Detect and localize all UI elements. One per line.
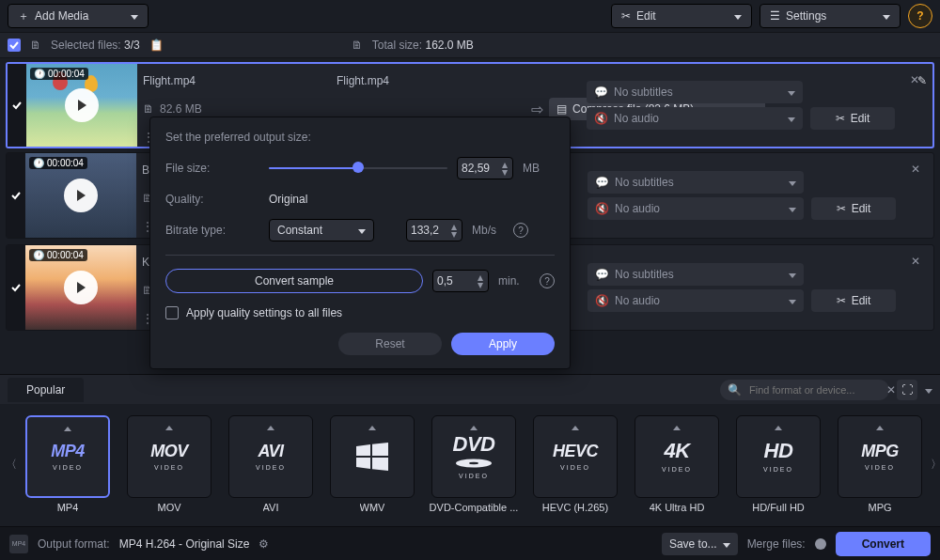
- help-icon[interactable]: ?: [513, 223, 528, 238]
- convert-sample-button[interactable]: Convert sample: [165, 269, 423, 293]
- apply-all-label: Apply quality settings to all files: [186, 306, 342, 319]
- bitrate-mode-select[interactable]: Constant: [269, 219, 374, 241]
- chevron-up-icon: [267, 420, 274, 433]
- edit-button[interactable]: ✂Edit: [811, 197, 896, 220]
- subtitles-dropdown[interactable]: 💬No subtitles: [588, 171, 804, 194]
- settings-dropdown[interactable]: ☰ Settings: [760, 4, 901, 28]
- close-icon[interactable]: ✕: [911, 255, 920, 268]
- clipboard-icon[interactable]: 📋: [149, 39, 164, 52]
- filesize-unit: MB: [523, 162, 555, 175]
- file-name: Flight.mp4: [143, 74, 196, 87]
- help-icon[interactable]: ?: [540, 273, 555, 288]
- format-tile-mpg[interactable]: MPGVIDEO: [838, 415, 922, 498]
- file-icon: 🗎: [143, 102, 154, 116]
- format-tile-4k[interactable]: 4KVIDEO: [634, 415, 719, 498]
- clock-icon: 🕐: [34, 69, 45, 79]
- subtitles-dropdown[interactable]: 💬No subtitles: [588, 263, 804, 286]
- play-button[interactable]: [64, 179, 98, 212]
- subtitles-icon: 💬: [594, 86, 608, 99]
- format-search[interactable]: 🔍 ✕: [720, 380, 889, 400]
- edit-button[interactable]: ✂Edit: [810, 107, 895, 130]
- row-checkbox[interactable]: [11, 191, 21, 200]
- format-tile-hd[interactable]: HDVIDEO: [736, 415, 821, 498]
- gear-icon[interactable]: ⚙: [258, 537, 269, 551]
- file-size: 82.6 MB: [160, 102, 202, 116]
- format-tile-wmv[interactable]: [330, 415, 415, 498]
- merge-toggle[interactable]: [815, 538, 826, 550]
- next-formats-button[interactable]: 〉: [931, 441, 940, 488]
- chevron-up-icon: [876, 420, 884, 433]
- reset-button[interactable]: Reset: [338, 333, 442, 355]
- spin-down-icon[interactable]: ▾: [450, 230, 458, 238]
- format-label: HD/Full HD: [752, 502, 805, 513]
- plus-icon: ＋: [18, 8, 29, 24]
- chevron-down-icon: [789, 268, 796, 281]
- play-button[interactable]: [65, 88, 99, 122]
- close-icon[interactable]: ✕: [910, 73, 919, 86]
- sample-length-input[interactable]: 0,5 ▴▾: [432, 270, 489, 292]
- sample-unit: min.: [498, 274, 530, 288]
- audio-icon: 🔇: [594, 112, 608, 125]
- chevron-up-icon: [775, 420, 782, 433]
- files-icon: 🗎: [30, 39, 41, 52]
- clear-icon[interactable]: ✕: [886, 383, 896, 397]
- search-input[interactable]: [747, 383, 881, 397]
- compress-icon: ▤: [556, 102, 567, 116]
- format-label: MP4: [57, 502, 79, 513]
- duration-badge: 🕐00:00:04: [29, 249, 87, 261]
- format-label: AVI: [263, 502, 279, 513]
- filesize-input[interactable]: 82,59 ▴▾: [457, 157, 513, 179]
- format-tile-avi[interactable]: AVIVIDEO: [228, 415, 313, 498]
- compress-popover: Set the preferred output size: File size…: [149, 117, 571, 369]
- search-icon: 🔍: [728, 383, 742, 397]
- audio-icon: 🔇: [595, 294, 609, 307]
- help-button[interactable]: ?: [908, 4, 932, 28]
- chevron-down-icon: [734, 9, 742, 23]
- tools-icon: ✂: [621, 9, 631, 23]
- spin-down-icon[interactable]: ▾: [477, 281, 484, 288]
- duration-badge: 🕐00:00:04: [30, 68, 88, 80]
- row-checkbox[interactable]: [11, 283, 21, 292]
- top-toolbar: ＋ Add Media ✂ Edit ☰ Settings ?: [0, 0, 940, 32]
- disc-icon: [455, 459, 493, 468]
- tab-popular[interactable]: Popular: [8, 378, 84, 402]
- audio-dropdown[interactable]: 🔇No audio: [588, 197, 804, 220]
- chevron-up-icon: [470, 420, 478, 433]
- format-tile-dvd[interactable]: DVDVIDEO: [431, 415, 516, 498]
- format-tile-hevc[interactable]: HEVCVIDEO: [533, 415, 618, 498]
- edit-button[interactable]: ✂Edit: [811, 289, 896, 312]
- file-name: B: [142, 163, 149, 177]
- audio-dropdown[interactable]: 🔇No audio: [588, 289, 804, 312]
- chevron-up-icon: [572, 420, 579, 433]
- tools-icon: ✂: [836, 112, 845, 125]
- format-tile-mov[interactable]: MOVVIDEO: [127, 415, 212, 498]
- save-to-dropdown[interactable]: Save to...: [662, 533, 738, 555]
- prev-formats-button[interactable]: 〈: [6, 441, 17, 488]
- row-checkbox[interactable]: [12, 101, 22, 110]
- bottom-bar: MP4 Output format: MP4 H.264 - Original …: [0, 526, 940, 560]
- apply-all-checkbox[interactable]: [165, 306, 179, 319]
- filesize-label: File size:: [165, 162, 259, 175]
- add-media-button[interactable]: ＋ Add Media: [8, 4, 149, 28]
- expand-icon[interactable]: ⛶: [897, 380, 917, 400]
- format-tile-mp4[interactable]: MP4VIDEO: [25, 415, 110, 498]
- apply-button[interactable]: Apply: [451, 333, 555, 355]
- duration-badge: 🕐00:00:04: [29, 157, 87, 169]
- bitrate-input[interactable]: 133,2 ▴▾: [406, 219, 462, 241]
- convert-button[interactable]: Convert: [836, 532, 931, 556]
- audio-dropdown[interactable]: 🔇No audio: [587, 107, 803, 130]
- thumbnail[interactable]: 🕐00:00:04: [26, 64, 137, 147]
- subtitles-dropdown[interactable]: 💬No subtitles: [587, 81, 803, 103]
- thumbnail[interactable]: 🕐00:00:04: [25, 245, 136, 330]
- select-all-checkbox[interactable]: [8, 39, 21, 52]
- thumbnail[interactable]: 🕐00:00:04: [25, 153, 136, 238]
- play-button[interactable]: [64, 271, 98, 304]
- chevron-down-icon[interactable]: [925, 383, 932, 397]
- spin-down-icon[interactable]: ▾: [501, 168, 509, 176]
- bitrate-label: Bitrate type:: [165, 224, 259, 237]
- filesize-slider[interactable]: [269, 165, 447, 171]
- edit-dropdown[interactable]: ✂ Edit: [611, 4, 752, 28]
- close-icon[interactable]: ✕: [911, 163, 920, 176]
- format-strip: 〈 MP4VIDEOMP4 MOVVIDEOMOV AVIVIDEOAVI WM…: [0, 404, 940, 524]
- subtitles-icon: 💬: [595, 176, 609, 189]
